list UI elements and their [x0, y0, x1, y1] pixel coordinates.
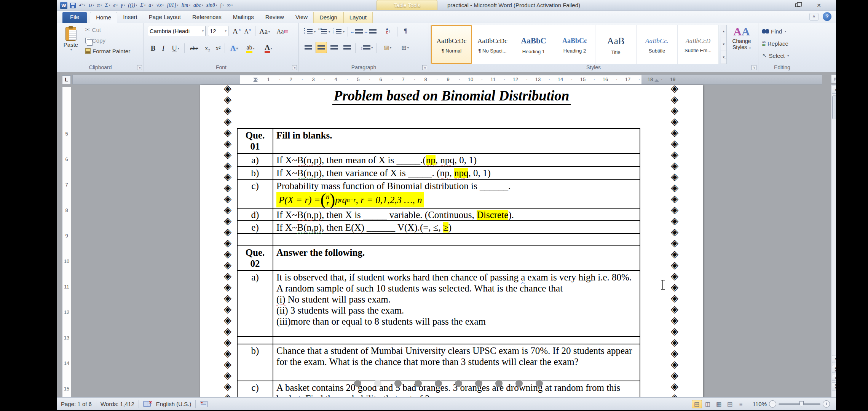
copy-button[interactable]: Copy [84, 35, 132, 46]
align-center-button[interactable] [316, 42, 327, 53]
style-item--normal[interactable]: AaBbCcDc¶ Normal [431, 25, 472, 64]
style-item-title[interactable]: AaBTitle [595, 25, 637, 64]
shading-button[interactable]: ▨▾ [380, 43, 396, 53]
tab-page-layout[interactable]: Page Layout [143, 12, 187, 23]
borders-button[interactable]: ⊞▾ [397, 43, 413, 53]
document-page[interactable]: ◈ ◈ ◈ ◈ ◈ ◈ ◈ ◈ ◈ ◈ ◈ ◈ ◈ ◈ ◈ ◈ ◈ ◈ ◈ ◈ … [200, 85, 703, 397]
vertical-ruler[interactable]: 56789101112131415 [62, 87, 71, 397]
tab-references[interactable]: References [187, 12, 227, 23]
zoom-slider-handle[interactable] [799, 401, 804, 407]
web-layout-view-icon[interactable]: ▦ [714, 400, 724, 408]
tab-layout[interactable]: Layout [343, 12, 373, 23]
grow-font-button[interactable]: A▲ [231, 26, 242, 37]
tab-review[interactable]: Review [260, 12, 290, 23]
equation-toolbar-icon[interactable]: ∞▾ [227, 2, 233, 9]
macro-record-icon[interactable] [200, 401, 207, 407]
equation-toolbar-icon[interactable]: lim▾ [182, 2, 190, 9]
decrease-indent-button[interactable]: ← [350, 27, 363, 37]
font-dialog-launcher[interactable]: ↘ [292, 65, 297, 70]
highlight-color-button[interactable]: ab▾ [242, 43, 259, 54]
underline-button[interactable]: U▾ [168, 43, 183, 54]
superscript-button[interactable]: x² [213, 43, 223, 54]
tab-insert[interactable]: Insert [117, 12, 143, 23]
italic-button[interactable]: I [159, 43, 168, 54]
text-effects-button[interactable]: A▾ [228, 43, 241, 54]
word-logo-icon[interactable]: W [60, 2, 67, 9]
tab-home[interactable]: Home [90, 12, 117, 23]
replace-button[interactable]: ab acReplace [761, 38, 790, 49]
format-painter-button[interactable]: Format Painter [84, 46, 132, 56]
question-heading[interactable]: Fill in blanks. [273, 129, 640, 154]
subscript-button[interactable]: x₂ [203, 43, 212, 54]
equation-toolbar-icon[interactable]: Σ▾ [140, 2, 145, 9]
bullets-button[interactable]: ▾ [303, 27, 316, 37]
equation-toolbar-icon[interactable]: [01]▾ [167, 2, 178, 9]
tab-design[interactable]: Design [313, 12, 343, 23]
paste-button[interactable]: Paste ▾ [60, 25, 81, 66]
equation-toolbar-icon[interactable]: Σ▾ [105, 2, 110, 9]
equation-toolbar-icon[interactable]: γ▾ [121, 2, 125, 9]
fullscreen-reading-view-icon[interactable]: ◫ [703, 400, 713, 408]
horizontal-ruler[interactable]: 1·2·3·4·5·6·7·8·9·10·11·12·13·14·15·16·1… [72, 75, 822, 84]
zoom-in-button[interactable]: + [823, 400, 830, 408]
justify-button[interactable] [341, 43, 353, 53]
style-item--no-spaci-[interactable]: AaBbCcDc¶ No Spaci... [472, 25, 513, 64]
next-page-icon[interactable]: ▼▼ [832, 382, 836, 390]
question-heading[interactable]: Answer the following. [273, 246, 640, 271]
shrink-font-button[interactable]: A▼ [243, 26, 253, 37]
cut-button[interactable]: ✂Cut [84, 24, 132, 35]
collapse-ribbon-icon[interactable]: ˄ [809, 13, 819, 21]
strikethrough-button[interactable]: abe [187, 43, 202, 54]
font-name-select[interactable]: Cambria (Headi▾ [148, 26, 206, 36]
line-spacing-button[interactable]: ↕▾ [358, 43, 375, 53]
close-button[interactable]: ✕ [813, 2, 825, 8]
zoom-level[interactable]: 110% [753, 401, 767, 407]
right-indent-marker[interactable] [654, 79, 659, 82]
page-indicator[interactable]: Page: 1 of 6 [61, 401, 92, 407]
align-left-button[interactable] [303, 43, 314, 53]
question-number[interactable]: Que.01 [238, 129, 273, 154]
scroll-up-icon[interactable]: ▲ [832, 86, 836, 94]
question-number[interactable]: Que.02 [238, 246, 273, 271]
scroll-down-icon[interactable]: ▼ [832, 355, 836, 363]
clipboard-dialog-launcher[interactable]: ↘ [137, 65, 142, 70]
equation-toolbar-icon[interactable]: e▾ [113, 2, 118, 9]
tab-file[interactable]: File [62, 12, 87, 23]
tab-selector[interactable]: L [62, 75, 71, 84]
equation-toolbar-icon[interactable]: ↶▾ [78, 2, 85, 9]
draft-view-icon[interactable]: ≡ [736, 400, 746, 408]
language-indicator[interactable]: English (U.S.) [156, 401, 191, 407]
equation-toolbar-icon[interactable]: sinθ▾ [206, 2, 217, 9]
save-icon[interactable] [70, 3, 76, 8]
style-item-subtle-em-[interactable]: AaBbCcDSubtle Em... [678, 25, 719, 64]
change-styles-button[interactable]: AA Change Styles ▾ [729, 25, 754, 65]
equation-toolbar-icon[interactable]: abc▾ [193, 2, 203, 9]
word-count[interactable]: Words: 1,412 [101, 401, 134, 407]
scrollbar-thumb[interactable] [832, 96, 836, 119]
paragraph-dialog-launcher[interactable]: ↘ [422, 65, 427, 70]
equation-toolbar-icon[interactable]: π▾ [97, 2, 102, 9]
style-item-heading-2[interactable]: AaBbCcHeading 2 [554, 25, 595, 64]
zoom-out-button[interactable]: − [769, 400, 776, 408]
show-marks-button[interactable]: ¶ [400, 26, 411, 36]
style-item-subtitle[interactable]: AaBbCc.Subtitle [637, 25, 678, 64]
styles-dialog-launcher[interactable]: ↘ [752, 65, 756, 70]
previous-page-icon[interactable]: ▲▲ [832, 365, 836, 373]
sort-button[interactable]: AZ↓ [382, 26, 395, 36]
restore-button[interactable] [792, 2, 803, 8]
style-item-heading-1[interactable]: AaBbCHeading 1 [513, 25, 554, 64]
select-browse-object-icon[interactable]: ● [832, 375, 836, 381]
multilevel-list-button[interactable]: ▾ [332, 27, 345, 37]
font-color-button[interactable]: A▾ [260, 43, 276, 54]
numbering-button[interactable]: ▾ [317, 27, 331, 37]
select-button[interactable]: ↖Select▾ [761, 50, 790, 61]
zoom-slider[interactable] [779, 403, 820, 405]
equation-toolbar-icon[interactable]: ∫▾ [220, 2, 223, 9]
questions-table[interactable]: Que.01 Fill in blanks. a) If X~B(n,p), t… [237, 128, 640, 397]
find-button[interactable]: Find▾ [761, 26, 788, 37]
equation-toolbar-icon[interactable]: √x▾ [156, 2, 164, 9]
ruler-toggle-button[interactable]: ▤ [831, 75, 836, 83]
help-button[interactable]: ? [823, 12, 831, 21]
align-right-button[interactable] [329, 43, 340, 53]
vertical-scrollbar[interactable]: ▲ ▼ ▲▲ ● ▼▼ [831, 84, 836, 397]
